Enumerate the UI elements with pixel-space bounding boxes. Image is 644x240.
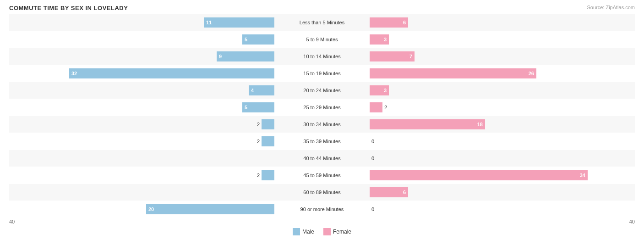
- male-bar-container: 32: [9, 68, 276, 78]
- row-label: 60 to 89 Minutes: [276, 190, 368, 195]
- male-value-inside: 4: [249, 88, 256, 93]
- male-bar: 5: [242, 34, 274, 45]
- female-bar-container: 7: [368, 51, 635, 61]
- legend-female-box: [323, 228, 331, 235]
- female-bar-container: 34: [368, 170, 635, 180]
- male-value-inside: 5: [242, 105, 250, 110]
- female-bar-container: 0: [368, 136, 635, 146]
- row-label: 25 to 29 Minutes: [276, 105, 368, 110]
- row-label: 5 to 9 Minutes: [276, 37, 368, 42]
- row-label: 40 to 44 Minutes: [276, 156, 368, 161]
- female-value-inside: 34: [578, 173, 588, 178]
- female-bar-container: 0: [368, 153, 635, 163]
- female-bar: 26: [370, 68, 536, 78]
- table-row: 60 to 89 Minutes6: [9, 184, 635, 201]
- female-bar-container: 2: [368, 102, 635, 112]
- male-value: 2: [257, 122, 260, 127]
- female-bar: [370, 102, 382, 112]
- table-row: 910 to 14 Minutes7: [9, 48, 635, 65]
- male-bar: 4: [249, 85, 274, 95]
- male-bar-container: 5: [9, 34, 276, 45]
- axis-left: 40: [9, 219, 15, 224]
- female-bar-container: 6: [368, 187, 635, 197]
- axis-labels: 40 40: [9, 219, 635, 224]
- male-value: 2: [257, 173, 260, 178]
- table-row: 525 to 29 Minutes2: [9, 99, 635, 116]
- male-value-inside: 11: [204, 20, 214, 25]
- male-bar: [262, 136, 274, 146]
- male-bar-container: 5: [9, 102, 276, 112]
- female-bar: 18: [370, 119, 485, 129]
- female-bar-container: 3: [368, 85, 635, 95]
- male-bar: [262, 170, 274, 180]
- female-bar: 7: [370, 51, 415, 61]
- chart-container: COMMUTE TIME BY SEX IN LOVELADY Source: …: [0, 0, 644, 240]
- legend-female: Female: [323, 228, 351, 235]
- legend-female-label: Female: [333, 229, 351, 235]
- male-bar-container: 20: [9, 204, 276, 214]
- male-bar-container: [9, 187, 276, 197]
- male-bar: [262, 119, 274, 129]
- male-value-inside: 5: [242, 37, 250, 42]
- legend-male: Male: [293, 228, 314, 235]
- table-row: 2090 or more Minutes0: [9, 201, 635, 218]
- female-value-inside: 18: [475, 122, 485, 127]
- female-bar-container: 3: [368, 34, 635, 45]
- female-value-inside: 26: [526, 71, 536, 76]
- male-bar: 11: [204, 17, 274, 28]
- male-value-inside: 20: [146, 207, 156, 212]
- table-row: 55 to 9 Minutes3: [9, 31, 635, 48]
- female-bar-container: 18: [368, 119, 635, 129]
- legend-male-label: Male: [302, 229, 314, 235]
- male-value-inside: 9: [217, 54, 224, 59]
- table-row: 3215 to 19 Minutes26: [9, 65, 635, 82]
- row-label: 10 to 14 Minutes: [276, 54, 368, 59]
- row-label: Less than 5 Minutes: [276, 20, 368, 25]
- table-row: 420 to 24 Minutes3: [9, 82, 635, 99]
- chart-title: COMMUTE TIME BY SEX IN LOVELADY: [9, 5, 635, 11]
- table-row: 11Less than 5 Minutes6: [9, 14, 635, 31]
- table-row: 235 to 39 Minutes0: [9, 133, 635, 150]
- female-bar: 6: [370, 187, 408, 197]
- male-bar-container: 11: [9, 17, 276, 28]
- female-value: 0: [371, 139, 374, 144]
- row-label: 20 to 24 Minutes: [276, 88, 368, 93]
- male-bar-container: 2: [9, 119, 276, 129]
- female-bar: 3: [370, 34, 389, 45]
- female-bar-container: 6: [368, 17, 635, 28]
- female-value-inside: 6: [401, 20, 408, 25]
- female-value: 2: [384, 105, 387, 110]
- row-label: 90 or more Minutes: [276, 207, 368, 212]
- male-bar-container: 2: [9, 136, 276, 146]
- row-label: 45 to 59 Minutes: [276, 173, 368, 178]
- female-value-inside: 3: [382, 37, 389, 42]
- male-bar: 9: [217, 51, 274, 61]
- male-bar-container: [9, 153, 276, 163]
- male-bar: 32: [69, 68, 274, 78]
- male-bar-container: 4: [9, 85, 276, 95]
- male-bar: 5: [242, 102, 274, 112]
- female-bar: 3: [370, 85, 389, 95]
- row-label: 30 to 34 Minutes: [276, 122, 368, 127]
- male-value: 2: [257, 139, 260, 144]
- male-bar: 20: [146, 204, 274, 214]
- female-value: 0: [371, 207, 374, 212]
- female-value-inside: 7: [407, 54, 415, 59]
- female-value-inside: 3: [382, 88, 389, 93]
- row-label: 15 to 19 Minutes: [276, 71, 368, 76]
- female-bar-container: 0: [368, 204, 635, 214]
- table-row: 245 to 59 Minutes34: [9, 167, 635, 184]
- female-value-inside: 6: [401, 190, 408, 195]
- chart-body: 11Less than 5 Minutes655 to 9 Minutes391…: [9, 14, 635, 218]
- legend: Male Female: [9, 228, 635, 235]
- row-label: 35 to 39 Minutes: [276, 139, 368, 144]
- axis-right: 40: [629, 219, 635, 224]
- female-bar-container: 26: [368, 68, 635, 78]
- male-bar-container: 2: [9, 170, 276, 180]
- male-bar-container: 9: [9, 51, 276, 61]
- table-row: 230 to 34 Minutes18: [9, 116, 635, 133]
- female-value: 0: [371, 156, 374, 161]
- female-bar: 34: [370, 170, 588, 180]
- legend-male-box: [293, 228, 300, 235]
- male-value-inside: 32: [69, 71, 79, 76]
